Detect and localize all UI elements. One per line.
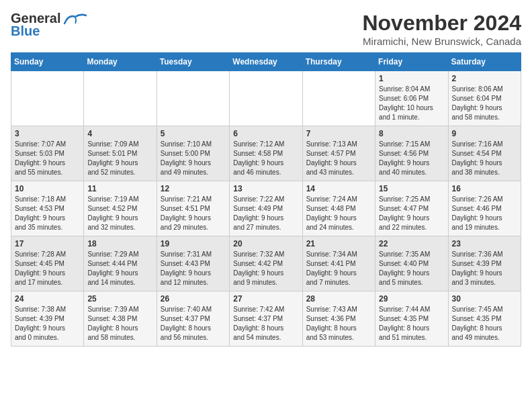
calendar-cell: 28Sunrise: 7:43 AM Sunset: 4:36 PM Dayli… xyxy=(302,291,375,347)
calendar-cell xyxy=(230,71,302,126)
day-info: Sunrise: 7:25 AM Sunset: 4:47 PM Dayligh… xyxy=(379,195,444,232)
calendar-cell: 10Sunrise: 7:18 AM Sunset: 4:53 PM Dayli… xyxy=(11,181,84,236)
calendar-cell: 8Sunrise: 7:15 AM Sunset: 4:56 PM Daylig… xyxy=(375,126,448,181)
calendar-cell xyxy=(302,71,375,126)
calendar-cell: 25Sunrise: 7:39 AM Sunset: 4:38 PM Dayli… xyxy=(84,291,157,347)
day-info: Sunrise: 7:43 AM Sunset: 4:36 PM Dayligh… xyxy=(306,305,371,342)
page-header: General Blue November 2024 Miramichi, Ne… xyxy=(11,11,521,47)
day-number: 4 xyxy=(87,129,152,138)
day-info: Sunrise: 7:12 AM Sunset: 4:58 PM Dayligh… xyxy=(233,140,298,177)
calendar-cell: 12Sunrise: 7:21 AM Sunset: 4:51 PM Dayli… xyxy=(157,181,229,236)
day-number: 17 xyxy=(15,239,80,248)
day-info: Sunrise: 7:31 AM Sunset: 4:43 PM Dayligh… xyxy=(161,250,226,287)
day-number: 14 xyxy=(306,184,371,193)
day-number: 30 xyxy=(452,294,517,304)
day-number: 20 xyxy=(233,239,298,248)
day-info: Sunrise: 7:29 AM Sunset: 4:44 PM Dayligh… xyxy=(87,250,152,287)
calendar-cell: 20Sunrise: 7:32 AM Sunset: 4:42 PM Dayli… xyxy=(230,236,302,291)
logo-blue: Blue xyxy=(11,24,40,39)
calendar-cell: 19Sunrise: 7:31 AM Sunset: 4:43 PM Dayli… xyxy=(157,236,229,291)
calendar-cell: 30Sunrise: 7:45 AM Sunset: 4:35 PM Dayli… xyxy=(448,291,521,347)
calendar-cell: 11Sunrise: 7:19 AM Sunset: 4:52 PM Dayli… xyxy=(84,181,157,236)
calendar-cell xyxy=(11,71,84,126)
day-info: Sunrise: 7:35 AM Sunset: 4:40 PM Dayligh… xyxy=(379,250,444,287)
calendar-cell xyxy=(157,71,229,126)
day-number: 21 xyxy=(306,239,371,248)
calendar-cell: 16Sunrise: 7:26 AM Sunset: 4:46 PM Dayli… xyxy=(448,181,521,236)
calendar-cell: 13Sunrise: 7:22 AM Sunset: 4:49 PM Dayli… xyxy=(230,181,302,236)
day-number: 29 xyxy=(379,294,444,304)
day-info: Sunrise: 7:45 AM Sunset: 4:35 PM Dayligh… xyxy=(452,305,517,342)
day-number: 16 xyxy=(452,184,517,193)
day-info: Sunrise: 7:32 AM Sunset: 4:42 PM Dayligh… xyxy=(233,250,298,287)
day-info: Sunrise: 7:36 AM Sunset: 4:39 PM Dayligh… xyxy=(452,250,517,287)
weekday-header-saturday: Saturday xyxy=(448,53,521,71)
day-number: 26 xyxy=(161,294,226,304)
calendar-cell: 22Sunrise: 7:35 AM Sunset: 4:40 PM Dayli… xyxy=(375,236,448,291)
day-info: Sunrise: 7:42 AM Sunset: 4:37 PM Dayligh… xyxy=(233,305,298,342)
day-info: Sunrise: 7:19 AM Sunset: 4:52 PM Dayligh… xyxy=(87,195,152,232)
calendar-cell xyxy=(84,71,157,126)
calendar-cell: 3Sunrise: 7:07 AM Sunset: 5:03 PM Daylig… xyxy=(11,126,84,181)
day-info: Sunrise: 8:06 AM Sunset: 6:04 PM Dayligh… xyxy=(452,85,517,122)
calendar-cell: 9Sunrise: 7:16 AM Sunset: 4:54 PM Daylig… xyxy=(448,126,521,181)
calendar-cell: 7Sunrise: 7:13 AM Sunset: 4:57 PM Daylig… xyxy=(302,126,375,181)
day-number: 10 xyxy=(15,184,80,193)
day-number: 25 xyxy=(87,294,152,304)
day-number: 23 xyxy=(452,239,517,248)
weekday-header-tuesday: Tuesday xyxy=(157,53,229,71)
day-number: 18 xyxy=(87,239,152,248)
calendar-cell: 14Sunrise: 7:24 AM Sunset: 4:48 PM Dayli… xyxy=(302,181,375,236)
day-number: 19 xyxy=(161,239,226,248)
calendar-header-row: SundayMondayTuesdayWednesdayThursdayFrid… xyxy=(11,53,521,71)
calendar-cell: 2Sunrise: 8:06 AM Sunset: 6:04 PM Daylig… xyxy=(448,71,521,126)
day-info: Sunrise: 7:18 AM Sunset: 4:53 PM Dayligh… xyxy=(15,195,80,232)
calendar-week-row: 10Sunrise: 7:18 AM Sunset: 4:53 PM Dayli… xyxy=(11,181,521,236)
day-info: Sunrise: 7:10 AM Sunset: 5:00 PM Dayligh… xyxy=(161,140,226,177)
day-info: Sunrise: 7:24 AM Sunset: 4:48 PM Dayligh… xyxy=(306,195,371,232)
day-info: Sunrise: 7:09 AM Sunset: 5:01 PM Dayligh… xyxy=(87,140,152,177)
day-number: 2 xyxy=(452,74,517,83)
day-info: Sunrise: 7:16 AM Sunset: 4:54 PM Dayligh… xyxy=(452,140,517,177)
day-number: 13 xyxy=(233,184,298,193)
calendar-cell: 18Sunrise: 7:29 AM Sunset: 4:44 PM Dayli… xyxy=(84,236,157,291)
day-number: 11 xyxy=(87,184,152,193)
calendar-week-row: 17Sunrise: 7:28 AM Sunset: 4:45 PM Dayli… xyxy=(11,236,521,291)
day-info: Sunrise: 7:15 AM Sunset: 4:56 PM Dayligh… xyxy=(379,140,444,177)
calendar-cell: 29Sunrise: 7:44 AM Sunset: 4:35 PM Dayli… xyxy=(375,291,448,347)
day-info: Sunrise: 7:34 AM Sunset: 4:41 PM Dayligh… xyxy=(306,250,371,287)
calendar-cell: 6Sunrise: 7:12 AM Sunset: 4:58 PM Daylig… xyxy=(230,126,302,181)
calendar-body: 1Sunrise: 8:04 AM Sunset: 6:06 PM Daylig… xyxy=(11,71,521,347)
calendar-cell: 4Sunrise: 7:09 AM Sunset: 5:01 PM Daylig… xyxy=(84,126,157,181)
calendar-table: SundayMondayTuesdayWednesdayThursdayFrid… xyxy=(11,52,521,347)
logo-bird-icon xyxy=(62,11,87,26)
weekday-header-thursday: Thursday xyxy=(302,53,375,71)
calendar-cell: 27Sunrise: 7:42 AM Sunset: 4:37 PM Dayli… xyxy=(230,291,302,347)
day-number: 5 xyxy=(161,129,226,138)
day-info: Sunrise: 7:40 AM Sunset: 4:37 PM Dayligh… xyxy=(161,305,226,342)
weekday-header-monday: Monday xyxy=(84,53,157,71)
day-info: Sunrise: 7:13 AM Sunset: 4:57 PM Dayligh… xyxy=(306,140,371,177)
logo: General Blue xyxy=(11,11,87,39)
location-title: Miramichi, New Brunswick, Canada xyxy=(362,36,521,47)
day-number: 9 xyxy=(452,129,517,138)
day-info: Sunrise: 7:21 AM Sunset: 4:51 PM Dayligh… xyxy=(161,195,226,232)
day-info: Sunrise: 7:44 AM Sunset: 4:35 PM Dayligh… xyxy=(379,305,444,342)
calendar-week-row: 24Sunrise: 7:38 AM Sunset: 4:39 PM Dayli… xyxy=(11,291,521,347)
day-info: Sunrise: 7:28 AM Sunset: 4:45 PM Dayligh… xyxy=(15,250,80,287)
day-number: 27 xyxy=(233,294,298,304)
day-info: Sunrise: 7:38 AM Sunset: 4:39 PM Dayligh… xyxy=(15,305,80,342)
weekday-header-wednesday: Wednesday xyxy=(230,53,302,71)
calendar-cell: 23Sunrise: 7:36 AM Sunset: 4:39 PM Dayli… xyxy=(448,236,521,291)
day-number: 28 xyxy=(306,294,371,304)
day-number: 8 xyxy=(379,129,444,138)
day-number: 15 xyxy=(379,184,444,193)
weekday-header-friday: Friday xyxy=(375,53,448,71)
calendar-cell: 21Sunrise: 7:34 AM Sunset: 4:41 PM Dayli… xyxy=(302,236,375,291)
day-number: 6 xyxy=(233,129,298,138)
day-number: 12 xyxy=(161,184,226,193)
day-info: Sunrise: 7:39 AM Sunset: 4:38 PM Dayligh… xyxy=(87,305,152,342)
day-info: Sunrise: 7:22 AM Sunset: 4:49 PM Dayligh… xyxy=(233,195,298,232)
calendar-cell: 5Sunrise: 7:10 AM Sunset: 5:00 PM Daylig… xyxy=(157,126,229,181)
calendar-cell: 24Sunrise: 7:38 AM Sunset: 4:39 PM Dayli… xyxy=(11,291,84,347)
